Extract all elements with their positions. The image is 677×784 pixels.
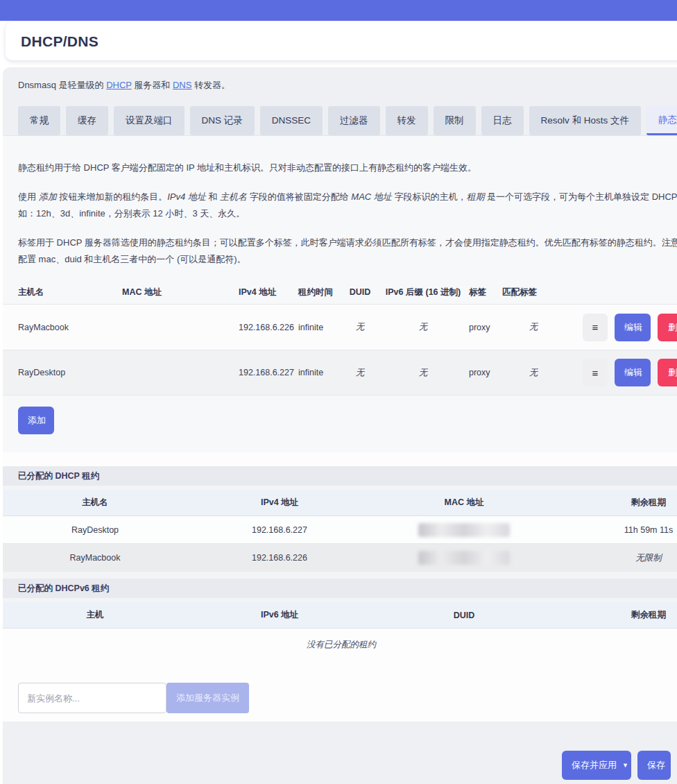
leasetime-value: infinite bbox=[298, 323, 343, 332]
description-paragraph-3: 标签用于 DHCP 服务器筛选使用的静态租约条目；可以配置多个标签，此时客户端请… bbox=[18, 235, 677, 268]
p2-seg: MAC 地址 bbox=[351, 191, 392, 202]
ipv4-value: 192.168.6.227 bbox=[239, 368, 298, 377]
col-hostname: 主机名 bbox=[3, 497, 187, 509]
dhcp-leases-table-header: 主机名 IPv4 地址 MAC 地址 剩余租期 bbox=[3, 490, 677, 516]
p2-seg: 添加 bbox=[39, 191, 57, 202]
intro-text: Dnsmasq 是轻量级的 DHCP 服务器和 DNS 转发器。 bbox=[3, 67, 677, 92]
ipv6-suffix-value: 无 bbox=[377, 321, 469, 333]
intro-middle: 服务器和 bbox=[132, 80, 173, 90]
tag-value: proxy bbox=[469, 323, 502, 332]
tab-static-leases[interactable]: 静态地址分配 bbox=[646, 106, 677, 135]
menu-icon: ≡ bbox=[592, 321, 599, 333]
match-tag-value: 无 bbox=[502, 321, 565, 333]
chevron-down-icon: ▼ bbox=[622, 762, 628, 769]
col-remaining: 剩余租期 bbox=[556, 609, 677, 621]
ipv4-value: 192.168.6.227 bbox=[187, 525, 372, 535]
table-row: RayDesktop 192.168.6.227 infinite 无 无 pr… bbox=[3, 350, 677, 395]
tab-resolv-hosts[interactable]: Resolv 和 Hosts 文件 bbox=[529, 106, 642, 135]
hostname-value: RayMacbook bbox=[18, 323, 122, 332]
new-instance-name-input[interactable] bbox=[18, 683, 166, 713]
remaining-value: 无限制 bbox=[556, 552, 677, 564]
leasetime-value: infinite bbox=[298, 368, 343, 377]
p2-seg: 字段的值将被固定分配给 bbox=[247, 191, 351, 202]
p2-seg: 使用 bbox=[18, 191, 39, 202]
dhcpv6-empty-message: 没有已分配的租约 bbox=[3, 629, 677, 661]
row-menu-button[interactable]: ≡ bbox=[583, 314, 608, 341]
tab-forward[interactable]: 转发 bbox=[386, 106, 428, 135]
col-mac: MAC 地址 bbox=[372, 497, 556, 509]
hostname-value: RayMacbook bbox=[3, 553, 187, 563]
add-lease-button[interactable]: 添加 bbox=[18, 407, 54, 434]
edit-button[interactable]: 编辑 bbox=[615, 359, 651, 386]
p2-seg: 主机名 bbox=[220, 191, 247, 202]
tab-log[interactable]: 日志 bbox=[481, 106, 524, 135]
tab-limit[interactable]: 限制 bbox=[434, 106, 476, 135]
static-leases-table-header: 主机名 MAC 地址 IPv4 地址 租约时间 DUID IPv6 后缀 (16… bbox=[3, 280, 677, 304]
tag-value: proxy bbox=[469, 368, 502, 377]
col-match-tag: 匹配标签 bbox=[502, 287, 565, 298]
table-row: RayDesktop 192.168.6.227 11h 59m 11s bbox=[3, 516, 677, 544]
dhcpv6-leases-section-title: 已分配的 DHCPv6 租约 bbox=[3, 579, 677, 598]
col-leasetime: 租约时间 bbox=[298, 287, 343, 298]
col-tag: 标签 bbox=[469, 287, 502, 298]
intro-before: Dnsmasq 是轻量级的 bbox=[18, 80, 106, 90]
ipv6-suffix-value: 无 bbox=[377, 367, 469, 379]
table-row: RayMacbook 192.168.6.226 无限制 bbox=[3, 544, 677, 572]
col-ipv6: IPv6 地址 bbox=[187, 609, 372, 621]
ipv4-value: 192.168.6.226 bbox=[239, 323, 298, 332]
match-tag-value: 无 bbox=[502, 367, 565, 379]
add-server-instance-button[interactable]: 添加服务器实例 bbox=[166, 683, 249, 713]
spacer bbox=[3, 572, 677, 579]
top-navigation-bar bbox=[0, 0, 677, 21]
delete-button[interactable]: 删除 bbox=[658, 314, 677, 341]
col-ipv4: IPv4 地址 bbox=[187, 497, 372, 509]
col-duid: DUID bbox=[372, 611, 556, 620]
save-button[interactable]: 保存 bbox=[637, 751, 671, 780]
col-host: 主机 bbox=[3, 609, 187, 621]
p2-seg: 租期 bbox=[466, 191, 484, 202]
tab-general[interactable]: 常规 bbox=[18, 106, 60, 135]
tab-dns-records[interactable]: DNS 记录 bbox=[190, 106, 255, 135]
p2-seg: 字段标识的主机， bbox=[392, 191, 467, 202]
dhcpv6-leases-table-header: 主机 IPv6 地址 DUID 剩余租期 bbox=[3, 602, 677, 629]
col-mac: MAC 地址 bbox=[122, 287, 239, 298]
ipv4-value: 192.168.6.226 bbox=[187, 553, 372, 563]
tab-filter[interactable]: 过滤器 bbox=[328, 106, 380, 135]
dhcp-link[interactable]: DHCP bbox=[106, 80, 132, 90]
tab-dnssec[interactable]: DNSSEC bbox=[260, 106, 323, 135]
row-menu-button[interactable]: ≡ bbox=[583, 359, 608, 386]
add-instance-area: 添加服务器实例 bbox=[3, 661, 677, 722]
duid-value: 无 bbox=[343, 367, 377, 379]
remaining-value: 11h 59m 11s bbox=[556, 525, 677, 535]
menu-icon: ≡ bbox=[592, 367, 599, 379]
static-leases-content: 静态租约用于给 DHCP 客户端分配固定的 IP 地址和主机标识。只对非动态配置… bbox=[3, 135, 677, 452]
hostname-value: RayDesktop bbox=[3, 525, 187, 535]
delete-button[interactable]: 删除 bbox=[658, 359, 677, 386]
col-remaining: 剩余租期 bbox=[556, 497, 677, 509]
col-ipv4: IPv4 地址 bbox=[239, 287, 298, 298]
description-paragraph-1: 静态租约用于给 DHCP 客户端分配固定的 IP 地址和主机标识。只对非动态配置… bbox=[18, 160, 677, 176]
duid-value: 无 bbox=[343, 321, 377, 333]
col-ipv6-suffix: IPv6 后缀 (16 进制) bbox=[377, 287, 469, 298]
tab-bar: 常规 缓存 设置及端口 DNS 记录 DNSSEC 过滤器 转发 限制 日志 R… bbox=[18, 106, 677, 135]
description-paragraph-2: 使用 添加 按钮来增加新的租约条目。IPv4 地址 和 主机名 字段的值将被固定… bbox=[18, 189, 677, 222]
save-and-apply-button[interactable]: 保存并应用▼ bbox=[562, 751, 631, 780]
main-panel: Dnsmasq 是轻量级的 DHCP 服务器和 DNS 转发器。 常规 缓存 设… bbox=[3, 67, 677, 784]
page-header-card: DHCP/DNS bbox=[6, 22, 677, 60]
spacer bbox=[3, 452, 677, 466]
col-duid: DUID bbox=[343, 287, 377, 297]
footer-actions: 保存并应用▼ 保存 bbox=[3, 722, 677, 784]
col-hostname: 主机名 bbox=[18, 287, 122, 298]
hostname-value: RayDesktop bbox=[18, 368, 122, 377]
tab-settings-ports[interactable]: 设置及端口 bbox=[114, 106, 185, 135]
p2-seg: 和 bbox=[206, 191, 220, 202]
dns-link[interactable]: DNS bbox=[173, 80, 191, 90]
redacted-mac bbox=[418, 523, 510, 537]
edit-button[interactable]: 编辑 bbox=[615, 314, 651, 341]
p2-seg: 按钮来增加新的租约条目。 bbox=[57, 191, 168, 202]
page-title: DHCP/DNS bbox=[21, 33, 677, 50]
tab-cache[interactable]: 缓存 bbox=[66, 106, 108, 135]
save-apply-label: 保存并应用 bbox=[572, 760, 617, 770]
redacted-mac bbox=[418, 551, 510, 565]
intro-after: 转发器。 bbox=[191, 80, 230, 90]
